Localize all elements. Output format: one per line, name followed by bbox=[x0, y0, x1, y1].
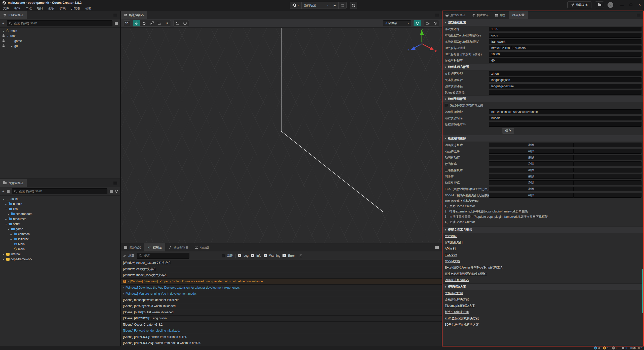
config-input[interactable]: http://localhost:8083/assets/bundle bbox=[489, 109, 641, 114]
tree-arrow-icon[interactable] bbox=[2, 253, 5, 256]
asset-node-row[interactable]: internal bbox=[0, 252, 120, 257]
console-search[interactable] bbox=[137, 253, 189, 259]
open-log-file-icon[interactable] bbox=[300, 254, 302, 257]
render-mode-select[interactable]: 正常渲染 ▾ bbox=[383, 20, 411, 26]
tab-animation-graph[interactable]: 动画图 bbox=[192, 243, 212, 251]
asset-node-row[interactable]: main bbox=[0, 247, 120, 252]
expand-arrow-icon[interactable] bbox=[123, 286, 124, 289]
doc-link[interactable]: 教程项目 bbox=[445, 234, 457, 238]
doc-link[interactable]: MVVM文档 bbox=[445, 259, 460, 264]
hierarchy-node-row[interactable]: root bbox=[0, 33, 120, 38]
create-asset-button[interactable]: + bbox=[2, 189, 5, 193]
clear-icon[interactable] bbox=[123, 254, 126, 257]
menu-item[interactable]: 文件 bbox=[2, 6, 10, 11]
save-button[interactable]: 保存 bbox=[502, 128, 514, 134]
filter-log-checkbox[interactable] bbox=[238, 254, 241, 257]
tab-animation-editor[interactable]: 动画编辑器 bbox=[165, 243, 192, 251]
expand-arrow-icon[interactable] bbox=[128, 280, 129, 283]
doc-link[interactable]: 游戏模板项目 bbox=[445, 240, 463, 245]
sort-icon[interactable] bbox=[7, 190, 10, 191]
strip-module-button[interactable]: 剔除 bbox=[489, 161, 574, 166]
hierarchy-search-input[interactable] bbox=[14, 22, 110, 25]
mode-3d-button[interactable]: 3D bbox=[123, 20, 130, 26]
strip-module-button[interactable]: 剔除 bbox=[489, 143, 574, 147]
section-solutions[interactable]: 框架解决方案 bbox=[442, 283, 643, 290]
collapse-arrow-icon[interactable] bbox=[445, 137, 446, 140]
anchor-tool-button[interactable]: ∪ bbox=[163, 20, 171, 26]
scene-light-toggle[interactable] bbox=[414, 20, 421, 26]
config-input[interactable]: framework bbox=[489, 39, 641, 44]
rect-tool-button[interactable] bbox=[155, 20, 163, 26]
tab-scene-editor[interactable]: 场景编辑器 bbox=[121, 11, 147, 19]
doc-link[interactable]: 原生包热更新配置自动生成插件 bbox=[445, 272, 487, 276]
assets-search[interactable] bbox=[12, 188, 107, 194]
menu-item[interactable]: 项目 bbox=[36, 6, 44, 11]
tab-framework-config[interactable]: 框架配置 bbox=[509, 11, 528, 19]
strip-module-button[interactable]: 剔除 bbox=[489, 149, 574, 154]
filter-icon[interactable] bbox=[110, 190, 113, 191]
asset-node-row[interactable]: game bbox=[0, 227, 120, 232]
console-search-input[interactable] bbox=[144, 254, 187, 257]
tree-arrow-icon[interactable] bbox=[10, 238, 13, 241]
tree-arrow-icon[interactable] bbox=[6, 35, 9, 37]
solution-link[interactable]: 战棋游戏框架 bbox=[445, 291, 463, 295]
solution-link[interactable]: 全栈开发解决方案 bbox=[445, 297, 469, 302]
section-doc-links[interactable]: 框架文档工具链接 bbox=[442, 226, 643, 233]
config-input[interactable] bbox=[489, 122, 641, 127]
solution-link[interactable]: 3D角色扮演游戏解决方案 bbox=[445, 323, 479, 327]
lock-icon[interactable] bbox=[3, 35, 5, 37]
asset-node-row[interactable]: Main bbox=[0, 242, 120, 247]
scale-tool-button[interactable] bbox=[148, 20, 155, 26]
move-tool-button[interactable] bbox=[133, 20, 140, 26]
doc-link[interactable]: ECS文档 bbox=[445, 253, 457, 257]
panel-menu-icon[interactable] bbox=[113, 182, 117, 182]
help-button[interactable]: ? bbox=[608, 2, 613, 8]
tab-build-publish[interactable]: 构建发布 bbox=[469, 11, 492, 19]
create-node-button[interactable]: + bbox=[2, 21, 5, 25]
regex-checkbox[interactable] bbox=[222, 254, 225, 257]
scene-viewport[interactable]: Y X Z bbox=[121, 28, 442, 243]
strip-module-button[interactable]: 剔除 bbox=[489, 187, 574, 191]
rotate-tool-button[interactable] bbox=[140, 20, 148, 26]
pivot-snap-button[interactable] bbox=[174, 20, 181, 26]
remote-load-checkbox[interactable] bbox=[445, 104, 448, 107]
menu-item[interactable]: 开发者 bbox=[70, 6, 81, 11]
asset-node-row[interactable]: common bbox=[0, 232, 120, 237]
tab-asset-preview[interactable]: 资源预览 bbox=[121, 243, 144, 251]
config-input[interactable]: 10000 bbox=[489, 52, 641, 57]
strip-module-button[interactable]: 剔除 bbox=[489, 155, 574, 160]
hierarchy-node-row[interactable]: game bbox=[0, 38, 120, 43]
collapse-arrow-icon[interactable] bbox=[445, 285, 446, 288]
clear-console-button[interactable]: 清空 bbox=[128, 253, 134, 258]
config-input[interactable]: 60 bbox=[489, 58, 641, 63]
menu-item[interactable]: 扩展 bbox=[59, 6, 66, 11]
config-input[interactable]: bundle bbox=[489, 116, 641, 120]
build-publish-button[interactable]: 构建发布 bbox=[567, 2, 591, 8]
tree-arrow-icon[interactable] bbox=[7, 213, 10, 215]
menu-item[interactable]: 面板 bbox=[48, 6, 55, 11]
panel-menu-icon[interactable] bbox=[637, 14, 640, 14]
tree-arrow-icon[interactable] bbox=[5, 203, 8, 205]
config-input[interactable]: 1.0.5 bbox=[489, 27, 641, 31]
tree-arrow-icon[interactable] bbox=[2, 30, 5, 32]
editor-device-select[interactable]: ▾ bbox=[290, 2, 302, 9]
close-button[interactable]: ✕ bbox=[638, 3, 641, 7]
preview-layout-button[interactable] bbox=[350, 2, 357, 9]
tree-arrow-icon[interactable] bbox=[5, 218, 8, 221]
play-button[interactable]: ▶ bbox=[331, 2, 339, 9]
panel-menu-icon[interactable] bbox=[435, 246, 439, 247]
tree-arrow-icon[interactable] bbox=[10, 45, 13, 48]
filter-error-checkbox[interactable] bbox=[283, 254, 286, 257]
asset-node-row[interactable]: assets bbox=[0, 196, 120, 201]
open-project-folder-button[interactable] bbox=[595, 2, 604, 8]
config-input[interactable]: language/texture bbox=[489, 84, 641, 89]
config-input[interactable] bbox=[489, 90, 641, 95]
coordinate-space-button[interactable] bbox=[181, 20, 189, 26]
tree-arrow-icon[interactable] bbox=[5, 223, 8, 226]
config-input[interactable]: language/json bbox=[489, 77, 641, 82]
expand-arrow-icon[interactable] bbox=[123, 292, 124, 295]
solution-link[interactable]: Tiledmap地图解决方案 bbox=[445, 304, 475, 308]
strip-module-button[interactable]: 剔除 bbox=[489, 180, 574, 185]
asset-node-row[interactable]: seedrandom bbox=[0, 211, 120, 216]
status-info-counter[interactable]: i 3 bbox=[594, 346, 600, 349]
